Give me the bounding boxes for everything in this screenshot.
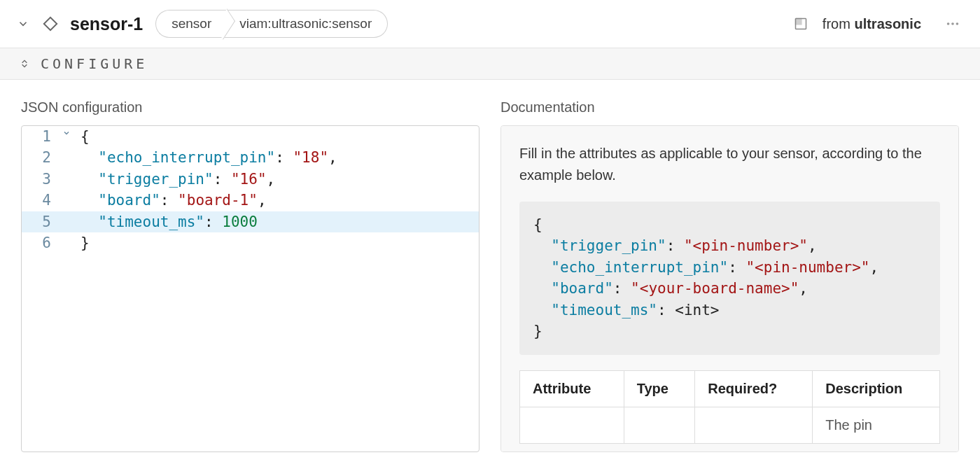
editor-line[interactable]: 4 "board": "board-1",: [22, 190, 479, 211]
line-number: 3: [22, 169, 62, 190]
table-cell: [695, 407, 813, 443]
more-menu-button[interactable]: [941, 12, 965, 36]
documentation-title: Documentation: [500, 99, 959, 115]
configure-section-bar: CONFIGURE: [0, 48, 980, 80]
editor-line[interactable]: 5 "timeout_ms": 1000: [22, 211, 479, 232]
editor-line[interactable]: 2 "echo_interrupt_pin": "18",: [22, 147, 479, 168]
fold-gutter: [62, 232, 80, 253]
code-content: "echo_interrupt_pin": "18",: [80, 147, 337, 168]
table-header: Description: [813, 370, 940, 407]
svg-point-4: [951, 22, 954, 25]
module-source[interactable]: from ultrasonic: [822, 16, 921, 32]
crumb-model[interactable]: viam:ultrasonic:sensor: [225, 10, 388, 38]
component-title: sensor-1: [70, 14, 143, 34]
editor-line[interactable]: 6}: [22, 232, 479, 253]
fold-gutter: [62, 211, 80, 232]
component-header: sensor-1 sensor viam:ultrasonic:sensor f…: [0, 0, 980, 48]
type-breadcrumb: sensor viam:ultrasonic:sensor: [155, 10, 388, 38]
editor-line[interactable]: 3 "trigger_pin": "16",: [22, 169, 479, 190]
code-content: "trigger_pin": "16",: [80, 169, 275, 190]
json-editor[interactable]: 1{2 "echo_interrupt_pin": "18",3 "trigge…: [21, 125, 479, 452]
fold-gutter: [62, 169, 80, 190]
table-cell: The pin: [813, 407, 940, 443]
code-content: {: [80, 126, 90, 147]
json-config-column: JSON configuration 1{2 "echo_interrupt_p…: [21, 99, 479, 452]
crumb-api[interactable]: sensor: [155, 10, 225, 38]
editor-line[interactable]: 1{: [22, 126, 479, 147]
doc-intro-text: Fill in the attributes as applicable to …: [519, 143, 940, 186]
table-cell: [520, 407, 624, 443]
line-number: 6: [22, 232, 62, 253]
documentation-panel[interactable]: Fill in the attributes as applicable to …: [500, 125, 959, 452]
svg-point-3: [947, 22, 950, 25]
line-number: 5: [22, 211, 62, 232]
code-content: "timeout_ms": 1000: [80, 211, 258, 232]
line-number: 2: [22, 147, 62, 168]
line-number: 1: [22, 126, 62, 147]
svg-point-5: [956, 22, 959, 25]
table-header: Required?: [695, 370, 813, 407]
svg-rect-2: [795, 19, 801, 24]
json-config-title: JSON configuration: [21, 99, 479, 115]
code-content: }: [80, 232, 90, 253]
table-cell: [624, 407, 695, 443]
module-icon: [793, 16, 808, 31]
section-collapse-toggle[interactable]: [18, 57, 31, 70]
fold-gutter: [62, 190, 80, 211]
collapse-toggle[interactable]: [15, 16, 31, 31]
fold-gutter[interactable]: [62, 126, 80, 147]
line-number: 4: [22, 190, 62, 211]
fold-gutter: [62, 147, 80, 168]
content-row: JSON configuration 1{2 "echo_interrupt_p…: [0, 80, 980, 472]
documentation-column: Documentation Fill in the attributes as …: [500, 99, 959, 452]
code-content: "board": "board-1",: [80, 190, 267, 211]
doc-attribute-table: AttributeTypeRequired?Description The pi…: [519, 370, 940, 444]
section-label: CONFIGURE: [41, 55, 148, 72]
svg-rect-0: [44, 18, 57, 30]
table-header: Attribute: [520, 370, 624, 407]
doc-code-block: { "trigger_pin": "<pin-number>", "echo_i…: [519, 202, 940, 355]
component-icon: [41, 14, 60, 34]
table-header: Type: [624, 370, 695, 407]
